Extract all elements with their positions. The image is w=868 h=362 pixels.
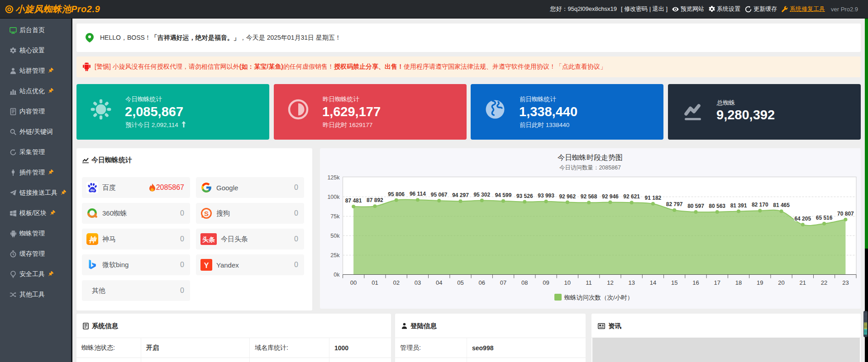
svg-text:92 946: 92 946 <box>602 193 619 200</box>
svg-text:10: 10 <box>564 279 571 286</box>
svg-text:13: 13 <box>628 279 634 286</box>
svg-text:95 806: 95 806 <box>388 191 405 197</box>
svg-text:93 993: 93 993 <box>538 193 554 199</box>
svg-text:93 526: 93 526 <box>516 193 533 199</box>
svg-text:08: 08 <box>521 279 528 286</box>
svg-text:82 170: 82 170 <box>752 202 768 208</box>
svg-text:87 481: 87 481 <box>345 197 362 204</box>
svg-text:50k: 50k <box>330 233 340 239</box>
svg-text:91 182: 91 182 <box>645 195 662 201</box>
svg-text:94 297: 94 297 <box>452 192 469 198</box>
svg-text:75k: 75k <box>330 213 340 220</box>
svg-text:今日访问数量：2085867: 今日访问数量：2085867 <box>559 165 621 171</box>
svg-text:09: 09 <box>543 279 549 286</box>
svg-text:25k: 25k <box>330 252 340 259</box>
svg-text:02: 02 <box>393 279 399 286</box>
svg-text:06: 06 <box>479 279 485 286</box>
svg-text:S: S <box>204 210 209 217</box>
svg-text:80 597: 80 597 <box>687 203 704 209</box>
svg-text:Y: Y <box>204 262 209 269</box>
svg-text:du: du <box>91 188 95 192</box>
svg-text:96 114: 96 114 <box>410 191 426 197</box>
svg-text:70 807: 70 807 <box>837 211 854 217</box>
svg-text:22: 22 <box>821 279 827 286</box>
svg-text:05: 05 <box>457 279 463 286</box>
svg-text:17: 17 <box>714 279 720 286</box>
svg-text:04: 04 <box>436 279 442 286</box>
svg-text:15: 15 <box>671 279 677 286</box>
svg-text:20: 20 <box>778 279 784 286</box>
svg-text:11: 11 <box>586 279 592 286</box>
svg-text:87 892: 87 892 <box>367 197 383 203</box>
svg-text:16: 16 <box>692 279 699 286</box>
svg-text:95 067: 95 067 <box>431 192 448 198</box>
svg-text:18: 18 <box>735 279 742 286</box>
svg-text:80 563: 80 563 <box>709 203 725 209</box>
svg-text:01: 01 <box>372 279 378 286</box>
svg-text:07: 07 <box>500 279 506 286</box>
svg-text:14: 14 <box>650 279 656 286</box>
svg-text:19: 19 <box>757 279 763 286</box>
svg-text:12: 12 <box>607 279 613 286</box>
svg-text:92 962: 92 962 <box>559 193 576 200</box>
svg-text:今日蜘蛛时段走势图: 今日蜘蛛时段走势图 <box>558 154 623 161</box>
svg-text:94 599: 94 599 <box>495 192 512 198</box>
svg-text:81 391: 81 391 <box>730 202 747 209</box>
svg-text:92 568: 92 568 <box>581 193 597 200</box>
svg-text:神: 神 <box>89 236 97 244</box>
svg-text:92 621: 92 621 <box>623 193 640 200</box>
svg-text:00: 00 <box>350 279 357 286</box>
svg-text:头条: 头条 <box>202 236 215 243</box>
svg-text:23: 23 <box>842 279 849 286</box>
svg-text:0k: 0k <box>334 272 340 278</box>
svg-text:蜘蛛访问次数（次/小时）: 蜘蛛访问次数（次/小时） <box>564 294 633 301</box>
svg-text:03: 03 <box>415 279 421 286</box>
svg-text:82 797: 82 797 <box>666 201 683 207</box>
svg-text:65 516: 65 516 <box>816 215 833 221</box>
svg-text:81 465: 81 465 <box>773 202 790 208</box>
svg-text:64 205: 64 205 <box>794 216 811 222</box>
svg-text:21: 21 <box>800 279 806 286</box>
svg-text:125k: 125k <box>327 174 340 181</box>
svg-text:95 302: 95 302 <box>473 192 490 198</box>
svg-text:100k: 100k <box>327 194 340 200</box>
